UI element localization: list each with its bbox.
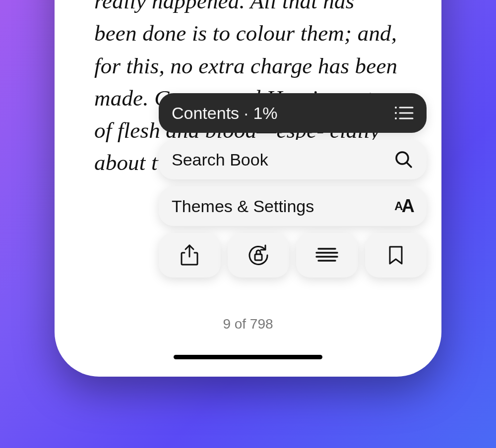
lines-icon xyxy=(314,246,339,264)
text-size-icon: AA xyxy=(394,196,414,216)
bookmark-icon xyxy=(388,245,404,266)
rotation-lock-icon xyxy=(247,243,270,267)
contents-button[interactable]: Contents · 1% xyxy=(159,93,427,133)
action-button-row xyxy=(159,233,427,278)
svg-rect-9 xyxy=(255,254,262,260)
search-book-label: Search Book xyxy=(172,150,268,169)
page-indicator: 9 of 798 xyxy=(55,316,441,332)
bookmark-button[interactable] xyxy=(365,233,427,278)
share-icon xyxy=(180,244,199,267)
rotation-lock-button[interactable] xyxy=(228,233,290,278)
themes-settings-button[interactable]: Themes & Settings AA xyxy=(159,186,427,226)
svg-point-2 xyxy=(395,112,397,114)
search-book-button[interactable]: Search Book xyxy=(159,140,427,179)
scroll-view-button[interactable] xyxy=(296,233,358,278)
svg-line-7 xyxy=(407,163,411,167)
search-icon xyxy=(394,150,414,169)
themes-settings-label: Themes & Settings xyxy=(172,197,314,216)
list-icon xyxy=(394,103,414,123)
share-button[interactable] xyxy=(159,233,221,278)
home-indicator[interactable] xyxy=(174,355,322,359)
svg-point-4 xyxy=(395,117,397,119)
reading-menu: Contents · 1% Search Book Themes & Setti… xyxy=(159,93,427,278)
contents-label: Contents · 1% xyxy=(172,104,278,123)
svg-point-0 xyxy=(395,107,397,109)
